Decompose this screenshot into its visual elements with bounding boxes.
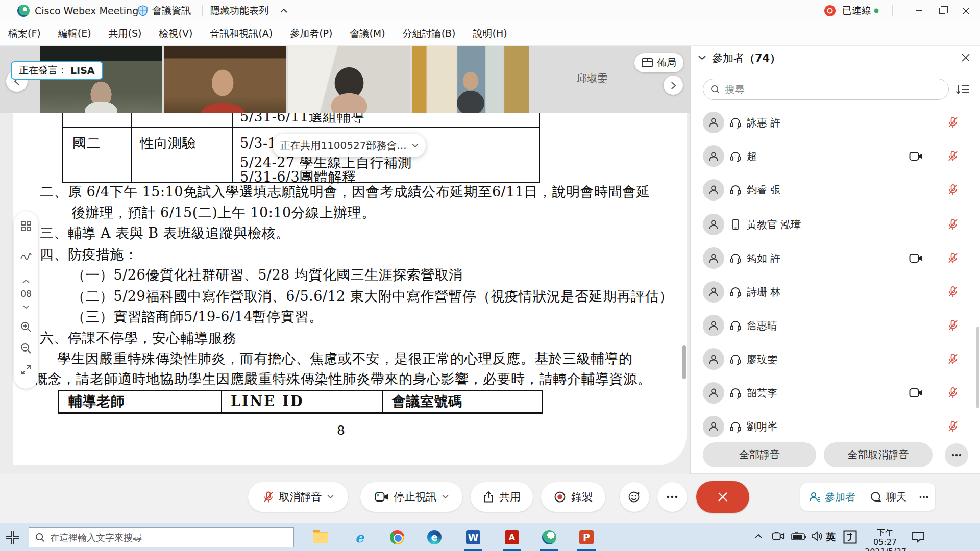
menu-breakout[interactable]: 分組討論(B) <box>403 27 456 40</box>
chevron-down-icon[interactable] <box>327 495 334 499</box>
participant-row[interactable]: 詠惠 許 <box>691 108 980 137</box>
video-thumbnail-2[interactable] <box>164 46 286 113</box>
panel-collapse-icon[interactable] <box>698 55 706 60</box>
muted-mic-icon[interactable] <box>947 150 959 162</box>
menu-audio-video[interactable]: 音訊和視訊(A) <box>210 27 273 40</box>
menu-share[interactable]: 共用(S) <box>109 27 142 40</box>
zoom-in-icon[interactable] <box>19 320 33 334</box>
muted-mic-icon[interactable] <box>947 286 959 298</box>
tray-expand-icon[interactable] <box>754 534 763 539</box>
sharing-status-pill[interactable]: 正在共用1100527部務會... <box>273 134 426 157</box>
camera-on-icon <box>909 253 923 264</box>
participant-row[interactable]: 韶芸李 <box>691 379 980 407</box>
muted-mic-icon[interactable] <box>947 319 959 332</box>
panel-close-icon[interactable] <box>961 53 970 62</box>
participant-search[interactable] <box>703 79 949 100</box>
filmstrip-next-button[interactable] <box>664 76 683 95</box>
participants-scrollbar[interactable] <box>976 327 979 408</box>
participant-row[interactable]: 詩珊 林 <box>691 278 980 306</box>
zoom-out-icon[interactable] <box>19 342 33 355</box>
avatar <box>703 145 724 167</box>
participant-row[interactable]: 超 <box>691 142 980 170</box>
menu-file[interactable]: 檔案(F) <box>8 27 41 40</box>
powerpoint-icon[interactable]: P <box>578 529 595 545</box>
camera-on-icon <box>909 387 923 398</box>
minimize-button[interactable] <box>908 0 930 21</box>
search-input[interactable] <box>725 84 919 95</box>
participant-row[interactable]: 筠如 許 <box>691 244 980 272</box>
document-scrollbar[interactable] <box>682 345 686 379</box>
table-header: 輔導老師 <box>68 394 125 409</box>
chevron-down-icon <box>412 143 419 148</box>
muted-mic-icon[interactable] <box>947 353 959 365</box>
taskbar-search-input[interactable] <box>50 532 275 543</box>
participant-name: 詩珊 林 <box>747 285 780 299</box>
reactions-button[interactable] <box>620 482 649 512</box>
unmute-all-button[interactable]: 全部取消靜音 <box>824 442 933 467</box>
muted-mic-icon[interactable] <box>947 184 959 196</box>
mute-all-button[interactable]: 全部靜音 <box>703 442 816 467</box>
muted-mic-icon[interactable] <box>947 420 959 433</box>
chrome-icon[interactable] <box>389 529 405 545</box>
taskbar-clock[interactable]: 下午 05:27 2021/5/27 <box>865 528 905 551</box>
meeting-info-button[interactable]: 會議資訊 <box>152 0 191 21</box>
acrobat-icon[interactable]: A <box>504 529 520 545</box>
chat-toggle-button[interactable]: 聊天 <box>864 483 913 511</box>
video-thumbnail-1[interactable] <box>40 46 162 113</box>
menu-edit[interactable]: 編輯(E) <box>58 27 91 40</box>
taskbar-search[interactable] <box>29 527 294 547</box>
muted-mic-icon[interactable] <box>947 218 959 231</box>
chevron-up-icon[interactable] <box>280 0 288 21</box>
next-page-icon[interactable] <box>19 300 33 313</box>
notification-center-icon[interactable] <box>912 531 925 543</box>
doc-line: 後辦理，預計 6/15(二)上午 10:10分線上辦理。 <box>71 205 376 220</box>
chevron-down-icon[interactable] <box>442 495 449 499</box>
stop-video-button[interactable]: 停止視訊 <box>360 482 462 512</box>
edge-icon[interactable]: e <box>426 529 443 545</box>
unmute-button[interactable]: 取消靜音 <box>248 482 348 512</box>
menu-view[interactable]: 檢視(V) <box>159 27 193 40</box>
hide-menubar-button[interactable]: 隱藏功能表列 <box>210 0 268 21</box>
language-indicator[interactable]: 英 <box>826 531 836 544</box>
muted-mic-icon[interactable] <box>947 387 959 399</box>
more-options-button[interactable] <box>657 482 687 512</box>
word-icon[interactable]: W <box>465 529 481 545</box>
video-thumbnail-4[interactable] <box>412 46 529 113</box>
close-button[interactable] <box>954 0 977 21</box>
annotate-pen-icon[interactable] <box>19 250 33 263</box>
battery-icon[interactable] <box>791 532 806 541</box>
close-x-icon <box>717 491 728 503</box>
menu-meeting[interactable]: 會議(M) <box>350 27 385 40</box>
file-explorer-icon[interactable] <box>312 529 329 545</box>
participants-toggle-button[interactable]: 參加者 <box>800 483 864 511</box>
muted-mic-icon[interactable] <box>947 252 959 264</box>
leave-meeting-button[interactable] <box>696 481 749 513</box>
video-thumbnail-3[interactable] <box>288 46 410 113</box>
record-button[interactable]: 錄製 <box>541 482 605 512</box>
webex-taskbar-icon[interactable] <box>541 529 557 545</box>
participant-row[interactable]: 廖玟雯 <box>691 345 980 373</box>
fullscreen-icon[interactable] <box>19 363 33 377</box>
participants-more-button[interactable] <box>945 443 968 467</box>
panels-more-button[interactable] <box>913 483 935 511</box>
share-button[interactable]: 共用 <box>471 482 533 512</box>
restore-button[interactable] <box>931 0 953 21</box>
participant-row[interactable]: 鈞睿 張 <box>691 176 980 204</box>
participant-row[interactable]: 詹惠晴 <box>691 311 980 340</box>
muted-mic-icon[interactable] <box>947 116 959 129</box>
volume-icon[interactable] <box>811 531 824 542</box>
menu-participants[interactable]: 參加者(P) <box>290 27 332 40</box>
participant-row[interactable]: 劉明峯 <box>691 412 980 441</box>
previous-page-icon[interactable] <box>19 274 33 288</box>
ime-indicator-icon[interactable] <box>843 530 857 544</box>
thumbnails-grid-icon[interactable] <box>19 219 33 233</box>
ellipsis-icon <box>919 496 928 498</box>
layout-button[interactable]: 佈局 <box>634 53 683 72</box>
participant-row[interactable]: 黃教官 泓璋 <box>691 210 980 239</box>
headset-icon <box>729 286 742 298</box>
menu-help[interactable]: 說明(H) <box>473 27 507 40</box>
internet-explorer-icon[interactable]: e <box>351 529 368 545</box>
tray-camera-icon[interactable] <box>772 531 785 542</box>
sort-participants-icon[interactable] <box>956 84 970 96</box>
start-button[interactable] <box>5 530 19 544</box>
